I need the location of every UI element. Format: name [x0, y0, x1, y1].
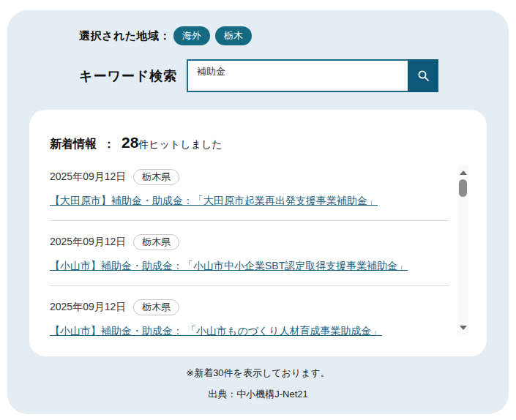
list-item: 2025年09月12日 栃木県 【小山市】補助金・助成金： 「小山市ものづくり人… — [50, 285, 449, 350]
item-link[interactable]: 【小山市】補助金・助成金： 「小山市ものづくり人材育成事業助成金」 — [50, 325, 382, 338]
results-hit-count: 28 — [121, 134, 138, 151]
results-title: 新着情報 ： 28 件ヒットしました — [50, 134, 468, 152]
search-button[interactable] — [408, 59, 438, 92]
item-prefecture-tag: 栃木県 — [133, 299, 179, 315]
item-prefecture-tag: 栃木県 — [133, 169, 179, 185]
region-badge-group: 海外 栃木 — [173, 26, 252, 45]
footer-note: ※新着30件を表示しております。 — [7, 367, 509, 380]
results-hit-suffix: 件ヒットしました — [138, 138, 222, 151]
item-date: 2025年09月12日 — [50, 170, 126, 184]
item-link[interactable]: 【大田原市】補助金・助成金：「大田原市起業再出発支援事業補助金」 — [50, 195, 378, 208]
results-panel: 新着情報 ： 28 件ヒットしました 2025年09月12日 栃木県 【大田原市… — [29, 110, 487, 356]
list-item: 2025年09月12日 栃木県 【大田原市】補助金・助成金：「大田原市起業再出発… — [50, 165, 449, 220]
item-meta-row: 2025年09月12日 栃木県 — [50, 299, 449, 315]
selected-region-row: 選択された地域： 海外 栃木 — [79, 26, 509, 45]
item-meta-row: 2025年09月12日 栃木県 — [50, 169, 449, 185]
keyword-search-label: キーワード検索 — [79, 67, 187, 85]
results-list: 2025年09月12日 栃木県 【大田原市】補助金・助成金：「大田原市起業再出発… — [50, 165, 449, 338]
item-date: 2025年09月12日 — [50, 236, 126, 249]
scrollbar-thumb[interactable] — [459, 179, 467, 197]
item-date: 2025年09月12日 — [50, 301, 126, 314]
region-chip-tochigi[interactable]: 栃木 — [215, 26, 252, 45]
scrollbar-down-arrow-icon[interactable] — [460, 326, 467, 330]
item-link[interactable]: 【小山市】補助金・助成金：「小山市中小企業SBT認定取得支援事業補助金」 — [50, 260, 408, 273]
results-title-prefix: 新着情報 — [50, 137, 97, 152]
search-box — [187, 59, 438, 92]
scrollbar-up-arrow-icon[interactable] — [460, 170, 467, 175]
search-icon — [417, 70, 430, 82]
item-prefecture-tag: 栃木県 — [133, 234, 179, 250]
results-list-wrap: 2025年09月12日 栃木県 【大田原市】補助金・助成金：「大田原市起業再出発… — [50, 165, 468, 338]
results-title-separator: ： — [103, 137, 115, 152]
keyword-search-row: キーワード検索 — [79, 59, 509, 92]
search-widget-panel: 選択された地域： 海外 栃木 キーワード検索 新着情報 ： 28 件 — [7, 10, 509, 414]
list-item: 2025年09月12日 栃木県 【小山市】補助金・助成金：「小山市中小企業SBT… — [50, 220, 449, 285]
footer: ※新着30件を表示しております。 出典：中小機構J-Net21 — [7, 367, 509, 401]
selected-region-label: 選択された地域： — [79, 29, 171, 43]
keyword-search-input[interactable] — [187, 59, 408, 92]
item-meta-row: 2025年09月12日 栃木県 — [50, 234, 449, 250]
results-scrollbar[interactable] — [457, 165, 468, 335]
region-chip-overseas[interactable]: 海外 — [173, 26, 210, 45]
footer-source: 出典：中小機構J-Net21 — [7, 388, 509, 401]
